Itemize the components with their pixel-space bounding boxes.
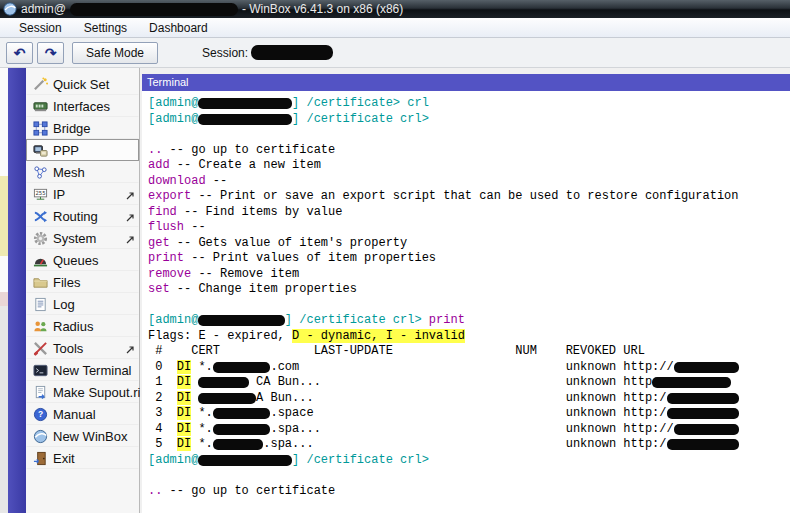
session-field[interactable] [251,45,333,60]
winbox-icon [32,428,48,444]
terminal-text: *. [191,406,213,420]
undo-icon: ↶ [14,45,26,61]
terminal-text: -- go up to certificate [162,484,335,498]
redaction-block [198,393,256,404]
terminal-text: 2 [148,391,177,405]
terminal-line: Flags: E - expired, D - dynamic, I - inv… [148,329,790,345]
bridge-icon [32,120,48,136]
terminal-line: 1 DI CA Bun...unknown http [148,375,790,391]
submenu-arrow-icon [125,211,135,221]
sidebar-item-label: Bridge [53,121,135,136]
terminal-text: print [429,313,465,327]
terminal-icon [32,362,48,378]
terminal-text: [admin@ [148,96,198,110]
terminal-text: -- [184,220,206,234]
redaction-block [213,424,271,435]
terminal-text: -- go up to certificate [162,143,335,157]
log-icon [32,296,48,312]
radius-icon [32,318,48,334]
toolbar: ↶ ↷ Safe Mode Session: [0,38,790,68]
terminal-text: DI [177,422,191,436]
safe-mode-button[interactable]: Safe Mode [72,42,158,64]
sidebar-item-quick-set[interactable]: Quick Set [26,73,139,95]
redaction-block [198,98,292,109]
terminal-text: unknown http:/ [566,406,667,420]
sidebar-item-label: System [53,231,120,246]
terminal-content[interactable]: [admin@] /certificate> crl[admin@] /cert… [142,91,790,513]
supout-icon [32,384,48,400]
sidebar-item-log[interactable]: Log [26,293,139,315]
terminal-text: unknown http:/ [566,391,667,405]
menu-item-session[interactable]: Session [8,19,73,37]
sidebar-item-system[interactable]: System [26,227,139,249]
redaction-block [198,377,248,388]
sidebar-item-tools[interactable]: Tools [26,337,139,359]
menu-item-settings[interactable]: Settings [73,19,138,37]
files-icon [32,274,48,290]
sidebar-item-label: Tools [53,341,120,356]
terminal-panel: Terminal [admin@] /certificate> crl[admi… [140,68,790,513]
window-titlebar: admin@- WinBox v6.41.3 on x86 (x86) [0,0,790,18]
terminal-line: [admin@] /certificate> crl [148,96,790,112]
tools-icon [32,340,48,356]
terminal-text: export [148,189,191,203]
terminal-line: print -- Print values of item properties [148,251,790,267]
sidebar-item-ip[interactable]: 255IP [26,183,139,205]
sidebar-item-label: Quick Set [53,77,135,92]
redaction-block [667,439,739,450]
sidebar-item-routing[interactable]: Routing [26,205,139,227]
sidebar-item-label: Log [53,297,135,312]
session-label: Session: [202,46,248,60]
terminal-text: DI [177,406,191,420]
terminal-line: add -- Create a new item [148,158,790,174]
ip-icon: 255 [32,186,48,202]
sidebar-item-bridge[interactable]: Bridge [26,117,139,139]
redaction-block [213,362,271,373]
sidebar-item-new-terminal[interactable]: New Terminal [26,359,139,381]
quickset-icon [32,76,48,92]
terminal-text: .. [148,143,162,157]
sidebar-item-interfaces[interactable]: Interfaces [26,95,139,117]
svg-text:?: ? [37,409,42,419]
sidebar-item-files[interactable]: Files [26,271,139,293]
redo-button[interactable]: ↷ [37,42,64,64]
terminal-text: D - dynamic, I - invalid [292,329,465,343]
terminal-text: LAST-UPDATE [314,344,393,358]
terminal-text: ] /certificate crl> [292,112,429,126]
terminal-text: -- Remove item [191,267,299,281]
sidebar-item-label: Files [53,275,135,290]
terminal-text: unknown http [566,375,652,389]
terminal-text: unknown http:// [566,422,674,436]
terminal-text: CA Bun... [249,375,321,389]
submenu-arrow-icon [125,189,135,199]
menu-item-dashboard[interactable]: Dashboard [138,19,219,37]
system-icon [32,230,48,246]
undo-button[interactable]: ↶ [6,42,33,64]
terminal-text: DI [177,391,191,405]
terminal-text: DI [177,437,191,451]
sidebar-item-manual[interactable]: ?Manual [26,403,139,425]
terminal-text: -- Create a new item [170,158,321,172]
sidebar-item-ppp[interactable]: PPP [26,139,139,161]
sidebar-item-label: PPP [53,143,135,158]
background-window-sliver [0,68,8,513]
terminal-text: 4 [148,422,177,436]
terminal-text: 1 [148,375,177,389]
terminal-text: get [148,236,170,250]
routing-icon [32,208,48,224]
sidebar-item-label: New WinBox [53,429,135,444]
redo-icon: ↷ [45,45,57,61]
sidebar-item-new-winbox[interactable]: New WinBox [26,425,139,447]
sidebar-accent-strip [8,68,26,513]
manual-icon: ? [32,406,48,422]
submenu-arrow-icon [125,233,135,243]
sidebar-item-radius[interactable]: Radius [26,315,139,337]
redaction-block [198,114,292,125]
sidebar-item-label: Routing [53,209,120,224]
sidebar-item-make-supout-rif[interactable]: Make Supout.rif [26,381,139,403]
redaction-block [667,393,739,404]
sidebar-item-queues[interactable]: Queues [26,249,139,271]
sidebar-item-exit[interactable]: Exit [26,447,139,469]
terminal-text: ] /certificate crl> [292,453,429,467]
sidebar-item-mesh[interactable]: Mesh [26,161,139,183]
